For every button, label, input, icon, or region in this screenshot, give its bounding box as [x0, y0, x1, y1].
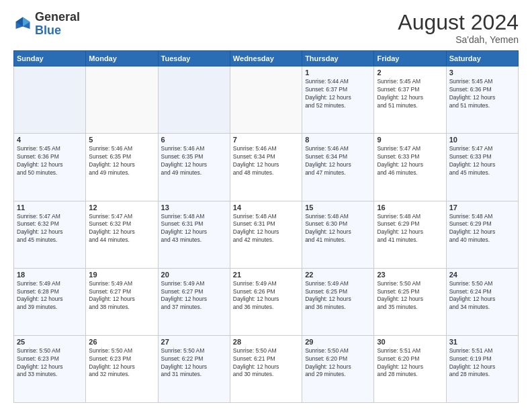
day-info: Sunrise: 5:49 AM Sunset: 6:25 PM Dayligh… [305, 280, 371, 312]
title-block: August 2024 Sa'dah, Yemen [398, 11, 519, 45]
day-info: Sunrise: 5:46 AM Sunset: 6:35 PM Dayligh… [89, 145, 154, 177]
calendar-cell: 25Sunrise: 5:50 AM Sunset: 6:23 PM Dayli… [14, 335, 86, 402]
calendar-cell: 30Sunrise: 5:51 AM Sunset: 6:20 PM Dayli… [374, 335, 446, 402]
logo-general: General [35, 10, 80, 24]
calendar-cell: 5Sunrise: 5:46 AM Sunset: 6:35 PM Daylig… [86, 134, 158, 201]
logo-icon [13, 15, 32, 34]
calendar-cell: 22Sunrise: 5:49 AM Sunset: 6:25 PM Dayli… [302, 268, 374, 335]
day-info: Sunrise: 5:47 AM Sunset: 6:33 PM Dayligh… [449, 145, 515, 177]
calendar-week-row: 1Sunrise: 5:44 AM Sunset: 6:37 PM Daylig… [14, 66, 519, 134]
day-info: Sunrise: 5:46 AM Sunset: 6:35 PM Dayligh… [161, 145, 227, 177]
calendar-cell: 7Sunrise: 5:46 AM Sunset: 6:34 PM Daylig… [230, 134, 302, 201]
month-title: August 2024 [398, 11, 519, 34]
calendar-week-row: 4Sunrise: 5:45 AM Sunset: 6:36 PM Daylig… [14, 134, 519, 201]
day-number: 8 [305, 136, 371, 144]
location-subtitle: Sa'dah, Yemen [398, 34, 519, 45]
calendar-cell: 2Sunrise: 5:45 AM Sunset: 6:37 PM Daylig… [374, 66, 446, 134]
day-info: Sunrise: 5:45 AM Sunset: 6:37 PM Dayligh… [377, 78, 443, 110]
day-number: 14 [233, 203, 299, 212]
calendar-cell: 17Sunrise: 5:48 AM Sunset: 6:29 PM Dayli… [446, 201, 518, 268]
calendar-cell: 3Sunrise: 5:45 AM Sunset: 6:36 PM Daylig… [446, 66, 518, 134]
day-info: Sunrise: 5:49 AM Sunset: 6:26 PM Dayligh… [233, 280, 299, 312]
day-number: 21 [233, 271, 299, 279]
day-info: Sunrise: 5:48 AM Sunset: 6:29 PM Dayligh… [377, 213, 443, 245]
calendar-cell: 13Sunrise: 5:48 AM Sunset: 6:31 PM Dayli… [158, 201, 230, 268]
day-number: 29 [305, 338, 371, 346]
calendar-cell: 28Sunrise: 5:50 AM Sunset: 6:21 PM Dayli… [230, 335, 302, 402]
day-info: Sunrise: 5:49 AM Sunset: 6:28 PM Dayligh… [17, 280, 83, 312]
day-info: Sunrise: 5:46 AM Sunset: 6:34 PM Dayligh… [305, 145, 371, 177]
day-info: Sunrise: 5:50 AM Sunset: 6:24 PM Dayligh… [449, 280, 515, 312]
calendar-header-row: SundayMondayTuesdayWednesdayThursdayFrid… [14, 51, 519, 66]
day-number: 3 [449, 68, 515, 77]
day-info: Sunrise: 5:47 AM Sunset: 6:32 PM Dayligh… [89, 213, 154, 245]
day-number: 20 [161, 271, 227, 279]
calendar-cell: 19Sunrise: 5:49 AM Sunset: 6:27 PM Dayli… [86, 268, 158, 335]
calendar-week-row: 18Sunrise: 5:49 AM Sunset: 6:28 PM Dayli… [14, 268, 519, 335]
calendar-day-header: Sunday [14, 51, 86, 66]
day-number: 23 [377, 271, 443, 279]
day-number: 22 [305, 271, 371, 279]
day-number: 10 [449, 136, 515, 144]
day-info: Sunrise: 5:47 AM Sunset: 6:32 PM Dayligh… [17, 213, 83, 245]
calendar-week-row: 11Sunrise: 5:47 AM Sunset: 6:32 PM Dayli… [14, 201, 519, 268]
day-number: 25 [17, 338, 83, 346]
calendar-day-header: Thursday [302, 51, 374, 66]
day-info: Sunrise: 5:49 AM Sunset: 6:27 PM Dayligh… [161, 280, 227, 312]
day-number: 6 [161, 136, 227, 144]
calendar-cell: 14Sunrise: 5:48 AM Sunset: 6:31 PM Dayli… [230, 201, 302, 268]
calendar-cell: 16Sunrise: 5:48 AM Sunset: 6:29 PM Dayli… [374, 201, 446, 268]
calendar-cell: 8Sunrise: 5:46 AM Sunset: 6:34 PM Daylig… [302, 134, 374, 201]
day-number: 2 [377, 68, 443, 77]
calendar-cell: 11Sunrise: 5:47 AM Sunset: 6:32 PM Dayli… [14, 201, 86, 268]
day-number: 30 [377, 338, 443, 346]
calendar-day-header: Friday [374, 51, 446, 66]
day-info: Sunrise: 5:50 AM Sunset: 6:25 PM Dayligh… [377, 280, 443, 312]
day-number: 18 [17, 271, 83, 279]
day-info: Sunrise: 5:48 AM Sunset: 6:31 PM Dayligh… [161, 213, 227, 245]
day-number: 7 [233, 136, 299, 144]
logo-blue: Blue [35, 24, 61, 37]
day-number: 12 [89, 203, 154, 212]
calendar-day-header: Monday [86, 51, 158, 66]
day-info: Sunrise: 5:48 AM Sunset: 6:29 PM Dayligh… [449, 213, 515, 245]
day-info: Sunrise: 5:47 AM Sunset: 6:33 PM Dayligh… [377, 145, 443, 177]
calendar-cell: 9Sunrise: 5:47 AM Sunset: 6:33 PM Daylig… [374, 134, 446, 201]
day-number: 5 [89, 136, 154, 144]
calendar-cell [14, 66, 86, 134]
day-number: 24 [449, 271, 515, 279]
day-number: 31 [449, 338, 515, 346]
calendar: SundayMondayTuesdayWednesdayThursdayFrid… [13, 50, 519, 403]
day-info: Sunrise: 5:50 AM Sunset: 6:22 PM Dayligh… [161, 347, 227, 379]
day-info: Sunrise: 5:48 AM Sunset: 6:31 PM Dayligh… [233, 213, 299, 245]
calendar-cell [230, 66, 302, 134]
day-info: Sunrise: 5:50 AM Sunset: 6:23 PM Dayligh… [17, 347, 83, 379]
calendar-cell: 10Sunrise: 5:47 AM Sunset: 6:33 PM Dayli… [446, 134, 518, 201]
calendar-cell: 23Sunrise: 5:50 AM Sunset: 6:25 PM Dayli… [374, 268, 446, 335]
calendar-cell: 20Sunrise: 5:49 AM Sunset: 6:27 PM Dayli… [158, 268, 230, 335]
day-number: 4 [17, 136, 83, 144]
day-number: 19 [89, 271, 154, 279]
calendar-cell: 26Sunrise: 5:50 AM Sunset: 6:23 PM Dayli… [86, 335, 158, 402]
day-info: Sunrise: 5:45 AM Sunset: 6:36 PM Dayligh… [449, 78, 515, 110]
day-number: 17 [449, 203, 515, 212]
calendar-cell: 31Sunrise: 5:51 AM Sunset: 6:19 PM Dayli… [446, 335, 518, 402]
day-number: 1 [305, 68, 371, 77]
page: General Blue August 2024 Sa'dah, Yemen S… [0, 0, 532, 411]
day-info: Sunrise: 5:46 AM Sunset: 6:34 PM Dayligh… [233, 145, 299, 177]
calendar-week-row: 25Sunrise: 5:50 AM Sunset: 6:23 PM Dayli… [14, 335, 519, 402]
day-number: 13 [161, 203, 227, 212]
calendar-cell: 6Sunrise: 5:46 AM Sunset: 6:35 PM Daylig… [158, 134, 230, 201]
day-info: Sunrise: 5:50 AM Sunset: 6:23 PM Dayligh… [89, 347, 154, 379]
calendar-day-header: Saturday [446, 51, 518, 66]
day-info: Sunrise: 5:51 AM Sunset: 6:19 PM Dayligh… [449, 347, 515, 379]
day-number: 26 [89, 338, 154, 346]
day-info: Sunrise: 5:48 AM Sunset: 6:30 PM Dayligh… [305, 213, 371, 245]
calendar-cell: 18Sunrise: 5:49 AM Sunset: 6:28 PM Dayli… [14, 268, 86, 335]
day-number: 28 [233, 338, 299, 346]
calendar-cell: 4Sunrise: 5:45 AM Sunset: 6:36 PM Daylig… [14, 134, 86, 201]
calendar-cell: 24Sunrise: 5:50 AM Sunset: 6:24 PM Dayli… [446, 268, 518, 335]
calendar-cell: 21Sunrise: 5:49 AM Sunset: 6:26 PM Dayli… [230, 268, 302, 335]
calendar-cell: 27Sunrise: 5:50 AM Sunset: 6:22 PM Dayli… [158, 335, 230, 402]
header: General Blue August 2024 Sa'dah, Yemen [13, 11, 519, 45]
